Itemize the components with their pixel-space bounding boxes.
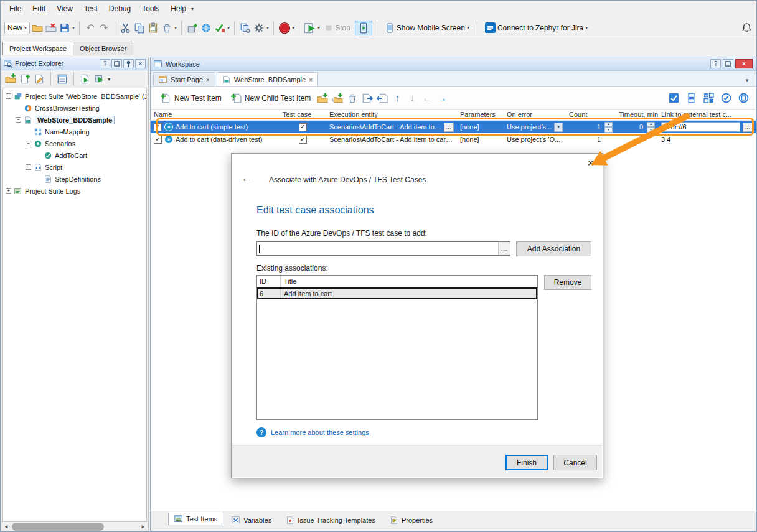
run-options-chevron-icon[interactable]: ▾ <box>108 77 110 82</box>
stop-button[interactable]: Stop <box>321 22 354 34</box>
row-checkbox[interactable]: ✓ <box>154 136 162 144</box>
move-right-button[interactable]: → <box>436 93 448 104</box>
cancel-button[interactable]: Cancel <box>553 455 597 470</box>
menu-tools[interactable]: Tools <box>137 2 164 16</box>
move-left-button[interactable]: ← <box>421 93 433 104</box>
panel-restore-button[interactable] <box>111 59 122 68</box>
tab-start-page[interactable]: Start Page × <box>153 72 215 86</box>
spin-up-icon[interactable]: ▲ <box>647 122 655 128</box>
run-project-suite-button[interactable] <box>93 73 106 85</box>
scroll-right-button[interactable]: ► <box>138 522 148 531</box>
panel-close-button[interactable]: × <box>135 59 146 68</box>
table-row[interactable]: ✓ » Add to cart (simple test) ✓ Scenario… <box>151 121 756 133</box>
learn-more-link[interactable]: Learn more about these settings <box>271 429 369 436</box>
spin-up-icon[interactable]: ▲ <box>604 122 613 128</box>
tab-variables[interactable]: Variables <box>225 513 278 526</box>
tab-project-workspace[interactable]: Project Workspace <box>2 42 73 55</box>
tree-item-addtocart[interactable]: AddToCart <box>3 149 146 161</box>
column-header-id[interactable]: ID <box>257 276 281 287</box>
column-header-link-external[interactable]: Link to external test c... <box>658 110 756 120</box>
add-association-button[interactable]: Add Association <box>516 241 591 256</box>
move-up-button[interactable]: ↑ <box>391 93 403 104</box>
move-down-button[interactable]: ↓ <box>406 93 418 104</box>
save-all-button[interactable] <box>59 22 71 34</box>
copy-settings-button[interactable] <box>239 22 252 34</box>
copy-items-button[interactable] <box>361 92 374 105</box>
close-tab-icon[interactable]: × <box>206 77 210 83</box>
record-test-button[interactable] <box>278 22 291 34</box>
add-new-item-button[interactable] <box>186 22 199 34</box>
notifications-button[interactable] <box>740 22 753 34</box>
column-header-test-case[interactable]: Test case <box>280 110 326 120</box>
test-case-checkbox[interactable]: ✓ <box>299 123 307 131</box>
workspace-restore-button[interactable] <box>723 59 733 68</box>
horizontal-scrollbar[interactable]: ◄ ► <box>1 521 148 531</box>
edit-item-button[interactable] <box>33 73 45 85</box>
menu-debug[interactable]: Debug <box>104 2 136 16</box>
column-header-count[interactable]: Count <box>566 110 616 120</box>
association-row[interactable]: 6 Add item to cart <box>257 287 537 299</box>
checkpoint-button[interactable] <box>214 22 226 34</box>
run-on-device-button[interactable] <box>355 21 372 35</box>
delete-test-item-button[interactable] <box>346 92 359 105</box>
menu-test[interactable]: Test <box>79 2 103 16</box>
add-group-button[interactable] <box>316 92 329 105</box>
tree-item-stepdefinitions[interactable]: StepDefinitions <box>3 173 146 185</box>
paste-button[interactable] <box>147 22 159 34</box>
tab-list-chevron-icon[interactable]: ▾ <box>741 74 753 86</box>
browse-execution-button[interactable]: ... <box>444 123 454 132</box>
record-chevron-icon[interactable]: ▾ <box>292 25 294 30</box>
collapse-icon[interactable]: − <box>26 164 31 170</box>
collapse-icon[interactable]: − <box>26 141 31 146</box>
column-header-name[interactable]: Name <box>151 110 280 120</box>
paste-items-button[interactable] <box>376 92 388 105</box>
test-case-checkbox[interactable]: ✓ <box>299 136 307 144</box>
run-test-button[interactable] <box>304 22 316 34</box>
column-header-parameters[interactable]: Parameters <box>457 110 504 120</box>
add-project-suite-button[interactable] <box>4 73 17 85</box>
row-checkbox[interactable]: ✓ <box>154 123 162 131</box>
delete-button[interactable] <box>161 22 173 34</box>
scroll-left-button[interactable]: ◄ <box>1 522 11 531</box>
count-stepper[interactable]: ▲▼ <box>604 122 613 133</box>
table-row[interactable]: ✓ » Add to cart (data-driven test) ✓ Sce… <box>151 133 756 146</box>
tab-webstore-bddsample[interactable]: WebStore_BDDSample × <box>217 72 318 86</box>
add-project-item-button[interactable] <box>19 73 31 85</box>
collapse-icon[interactable]: − <box>16 117 21 123</box>
scrollbar-track[interactable] <box>11 522 138 531</box>
close-tab-icon[interactable]: × <box>309 77 313 83</box>
check-group-button[interactable] <box>702 92 715 105</box>
menu-edit[interactable]: Edit <box>27 2 50 16</box>
web-testing-button[interactable] <box>200 22 212 34</box>
remove-association-button[interactable]: Remove <box>544 275 591 290</box>
workspace-close-button[interactable]: × <box>735 59 753 68</box>
tree-item-project-suite[interactable]: − Project Suite 'WebStore_BDDSample' (1 <box>3 90 146 102</box>
add-child-group-button[interactable] <box>331 92 344 105</box>
spin-down-icon[interactable]: ▼ <box>604 127 613 133</box>
dialog-close-button[interactable]: × <box>587 157 594 169</box>
browse-link-button[interactable]: ... <box>743 123 753 132</box>
settings-button[interactable] <box>253 22 265 34</box>
tree-item-namemapping[interactable]: NameMapping <box>3 126 146 138</box>
uncheck-selected-button[interactable] <box>737 92 750 105</box>
panel-help-button[interactable]: ? <box>100 59 110 68</box>
save-chevron-icon[interactable]: ▾ <box>72 25 75 30</box>
menu-file[interactable]: File <box>4 2 26 16</box>
tree-item-crossbrowsertesting[interactable]: CrossBrowserTesting <box>3 102 146 114</box>
check-all-button[interactable] <box>667 92 680 105</box>
test-case-id-input[interactable]: ... <box>256 241 510 256</box>
menu-view[interactable]: View <box>52 2 78 16</box>
close-project-button[interactable] <box>45 22 57 34</box>
column-header-execution-entity[interactable]: Execution entity <box>326 110 457 120</box>
on-error-dropdown-button[interactable]: ▾ <box>554 123 563 132</box>
open-file-button[interactable] <box>31 22 44 34</box>
tree-item-webstore-bddsample[interactable]: − WebStore_BDDSample <box>3 114 146 126</box>
new-test-item-button[interactable]: New Test Item <box>157 91 225 106</box>
copy-button[interactable] <box>133 22 146 34</box>
timeout-stepper[interactable]: ▲▼ <box>647 122 655 133</box>
external-link-field[interactable]: azur://6 <box>661 122 740 132</box>
organize-panel-button[interactable] <box>56 73 68 85</box>
dialog-back-button[interactable]: ← <box>242 173 252 184</box>
cut-button[interactable] <box>120 22 132 34</box>
panel-pin-button[interactable] <box>123 59 134 68</box>
